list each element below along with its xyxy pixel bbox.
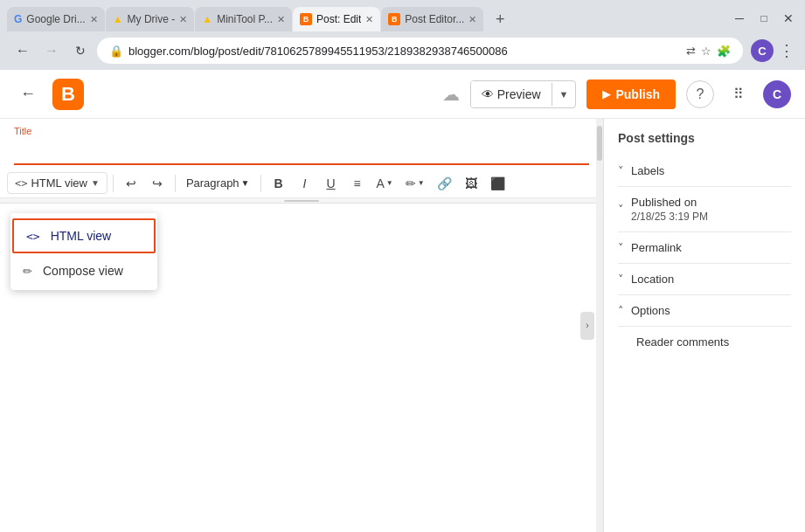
preview-button-group: 👁 Preview ▼ [470, 80, 577, 108]
settings-section-permalink: ˅ Permalink [618, 232, 791, 264]
preview-button[interactable]: 👁 Preview [471, 81, 552, 107]
app-back-button[interactable]: ← [14, 80, 42, 108]
location-label: Location [631, 273, 674, 286]
options-header[interactable]: ˄ Options [618, 304, 791, 317]
tab-my-drive[interactable]: ▲ My Drive - ✕ [106, 7, 195, 31]
tab-close-2[interactable]: ✕ [179, 14, 187, 25]
redo-button[interactable]: ↪ [145, 173, 170, 194]
html-icon: <> [15, 177, 27, 190]
preview-dropdown-button[interactable]: ▼ [552, 83, 576, 106]
more-button[interactable]: ⬛ [485, 173, 510, 194]
window-maximize-button[interactable]: □ [754, 9, 774, 28]
tab-favicon-4: B [300, 13, 312, 25]
tab-post-edit[interactable]: B Post: Edit ✕ [293, 7, 380, 31]
forward-button[interactable]: → [39, 38, 64, 63]
view-chevron-icon: ▼ [91, 178, 100, 188]
address-text: blogger.com/blog/post/edit/7810625789945… [128, 45, 681, 58]
italic-button[interactable]: I [293, 173, 317, 194]
tab-close-3[interactable]: ✕ [277, 14, 285, 25]
window-minimize-button[interactable]: ─ [730, 9, 749, 28]
bookmark-icon[interactable]: ☆ [701, 45, 711, 58]
labels-header[interactable]: ˅ Labels [618, 164, 791, 177]
browser-chrome: G Google Dri... ✕ ▲ My Drive - ✕ ▲ MiniT… [0, 0, 805, 70]
toolbar-separator-3 [260, 175, 261, 192]
browser-profile[interactable]: C [751, 39, 774, 62]
app-container: ← B ☁ 👁 Preview ▼ ▶ Publish ? ⠿ C Title [0, 70, 805, 532]
underline-button[interactable]: U [319, 173, 344, 194]
browser-menu[interactable]: ⋮ [779, 43, 795, 59]
user-profile-button[interactable]: C [763, 80, 791, 108]
location-header[interactable]: ˅ Location [618, 273, 791, 286]
tab-favicon-1: G [14, 13, 22, 25]
compose-view-option[interactable]: ✏ Compose view [10, 255, 157, 287]
tab-favicon-5: B [388, 13, 400, 25]
publish-button[interactable]: ▶ Publish [586, 79, 676, 109]
tab-minitool[interactable]: ▲ MiniTool P... ✕ [195, 7, 292, 31]
published-label: Published on [631, 196, 708, 209]
app-header: ← B ☁ 👁 Preview ▼ ▶ Publish ? ⠿ C [0, 70, 805, 119]
save-to-cloud-icon[interactable]: ☁ [442, 84, 460, 105]
image-button[interactable]: 🖼 [459, 173, 483, 194]
html-view-option[interactable]: <> HTML view [12, 218, 156, 253]
options-label: Options [631, 304, 670, 317]
window-close-button[interactable]: ✕ [779, 9, 798, 28]
address-input-field[interactable]: 🔒 blogger.com/blog/post/edit/78106257899… [97, 38, 743, 64]
post-settings-title: Post settings [618, 131, 791, 145]
toolbar-separator-1 [113, 175, 114, 192]
labels-chevron-icon: ˅ [618, 164, 624, 177]
expand-button[interactable]: › [580, 312, 594, 340]
scrollbar-track[interactable] [596, 119, 603, 532]
post-title-input[interactable] [14, 136, 589, 165]
preview-label: Preview [497, 87, 541, 101]
tab-close-5[interactable]: ✕ [468, 14, 476, 25]
published-value: 2/18/25 3:19 PM [631, 211, 708, 223]
tab-label-4: Post: Edit [316, 13, 361, 25]
paragraph-label: Paragraph [186, 176, 239, 190]
link-button[interactable]: 🔗 [432, 173, 457, 194]
translate-icon[interactable]: ⇄ [686, 45, 696, 58]
settings-section-location: ˅ Location [618, 264, 791, 295]
bold-button[interactable]: B [267, 173, 291, 194]
reader-comments-header[interactable]: Reader comments [618, 335, 791, 349]
paragraph-chevron-icon: ▼ [241, 178, 250, 188]
strikethrough-button[interactable]: ≡ [345, 173, 370, 194]
apps-grid-button[interactable]: ⠿ [725, 80, 753, 108]
tab-favicon-3: ▲ [202, 13, 212, 25]
editor-area: Title <> HTML view ▼ ↩ ↪ Paragraph [0, 119, 805, 532]
extensions-icon[interactable]: 🧩 [717, 45, 731, 58]
undo-button[interactable]: ↩ [119, 173, 143, 194]
tab-post-editor[interactable]: B Post Editor... ✕ [381, 7, 483, 31]
compose-view-label: Compose view [43, 264, 123, 278]
settings-section-published: ˅ Published on 2/18/25 3:19 PM [618, 187, 791, 232]
tab-close-4[interactable]: ✕ [365, 14, 373, 25]
tab-bar: G Google Dri... ✕ ▲ My Drive - ✕ ▲ MiniT… [0, 0, 805, 31]
html-view-icon: <> [26, 230, 40, 243]
location-chevron-icon: ˅ [618, 273, 624, 286]
highlight-button[interactable]: ✏▼ [400, 173, 430, 194]
toolbar-separator-2 [175, 175, 176, 192]
back-button[interactable]: ← [10, 38, 35, 63]
view-selector-button[interactable]: <> HTML view ▼ [7, 172, 108, 194]
permalink-header[interactable]: ˅ Permalink [618, 241, 791, 254]
help-button[interactable]: ? [686, 80, 714, 108]
publish-label: Publish [615, 87, 660, 101]
scrollbar-thumb[interactable] [597, 126, 602, 161]
secure-icon: 🔒 [109, 45, 123, 58]
settings-section-options: ˄ Options [618, 295, 791, 327]
font-color-button[interactable]: A▼ [371, 173, 399, 194]
tab-label-1: Google Dri... [26, 13, 85, 25]
options-chevron-icon: ˄ [618, 304, 624, 317]
address-bar: ← → ↻ 🔒 blogger.com/blog/post/edit/78106… [0, 31, 805, 70]
browser-extras: C ⋮ [751, 39, 795, 62]
toolbar: <> HTML view ▼ ↩ ↪ Paragraph ▼ B I U ≡ [0, 169, 603, 198]
permalink-chevron-icon: ˅ [618, 241, 624, 254]
new-tab-button[interactable]: + [488, 7, 512, 31]
tab-google-drive[interactable]: G Google Dri... ✕ [7, 7, 105, 31]
refresh-button[interactable]: ↻ [68, 38, 93, 63]
text-style-dropdown[interactable]: Paragraph ▼ [181, 173, 255, 193]
labels-label: Labels [631, 164, 664, 177]
tab-close-1[interactable]: ✕ [90, 14, 98, 25]
editor-main: Title <> HTML view ▼ ↩ ↪ Paragraph [0, 119, 604, 532]
published-header[interactable]: ˅ Published on 2/18/25 3:19 PM [618, 196, 791, 223]
published-chevron-icon: ˅ [618, 203, 624, 216]
